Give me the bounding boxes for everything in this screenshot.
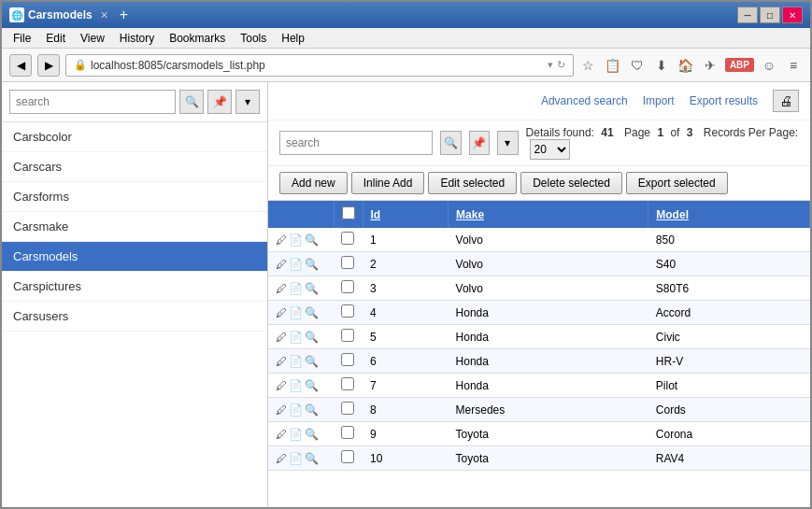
sidebar-search-input[interactable]	[9, 90, 176, 114]
edit-icon[interactable]: 🖊	[276, 258, 287, 271]
menu-icon[interactable]: ≡	[784, 56, 803, 75]
maximize-btn[interactable]: □	[760, 7, 780, 23]
row-checkbox[interactable]	[341, 450, 354, 463]
print-btn[interactable]: 🖨	[773, 90, 799, 112]
content-top-bar: Advanced search Import Export results 🖨	[268, 82, 810, 120]
edit-icon[interactable]: 🖊	[276, 452, 287, 465]
star-icon[interactable]: ☆	[579, 56, 598, 75]
edit-icon[interactable]: 🖊	[276, 233, 287, 247]
sidebar-pin-btn[interactable]: 📌	[207, 90, 232, 114]
copy-icon[interactable]: 📄	[289, 403, 303, 417]
row-checkbox[interactable]	[341, 232, 354, 245]
copy-icon[interactable]: 📄	[289, 258, 303, 271]
search-icon[interactable]: 🔍	[305, 428, 319, 441]
sort-id-link[interactable]: Id	[371, 208, 381, 221]
menu-file[interactable]: File	[6, 30, 38, 47]
shield-icon[interactable]: 🛡	[628, 56, 647, 75]
download-icon[interactable]: ⬇	[652, 56, 671, 75]
sidebar-item-carspictures[interactable]: Carspictures	[2, 272, 267, 302]
new-tab-btn[interactable]: +	[120, 7, 128, 23]
edit-icon[interactable]: 🖊	[276, 428, 287, 441]
sidebar-item-carsusers[interactable]: Carsusers	[2, 302, 267, 332]
back-btn[interactable]: ◀	[9, 54, 32, 77]
send-icon[interactable]: ✈	[701, 56, 719, 75]
records-per-page-select[interactable]: 20 50 100	[530, 139, 570, 160]
search-icon[interactable]: 🔍	[305, 452, 319, 465]
menu-help[interactable]: Help	[274, 30, 312, 47]
filter-dropdown-btn[interactable]: ▾	[497, 131, 519, 155]
edit-icon[interactable]: 🖊	[276, 282, 287, 295]
smiley-icon[interactable]: ☺	[760, 56, 778, 75]
sidebar-item-carsbcolor[interactable]: Carsbcolor	[2, 122, 267, 152]
add-new-btn[interactable]: Add new	[279, 172, 348, 194]
sidebar-search-btn[interactable]: 🔍	[179, 90, 204, 114]
menu-tools[interactable]: Tools	[233, 30, 274, 47]
edit-icon[interactable]: 🖊	[276, 355, 287, 368]
filter-search-btn[interactable]: 🔍	[440, 131, 462, 155]
inline-add-btn[interactable]: Inline Add	[351, 172, 425, 194]
row-checkbox[interactable]	[341, 353, 354, 366]
row-checkbox[interactable]	[341, 426, 354, 439]
close-btn[interactable]: ✕	[782, 7, 803, 23]
sort-model-link[interactable]: Model	[656, 208, 689, 221]
row-checkbox[interactable]	[341, 304, 354, 318]
menu-edit[interactable]: Edit	[38, 30, 73, 47]
edit-icon[interactable]: 🖊	[276, 379, 287, 392]
copy-icon[interactable]: 📄	[289, 233, 303, 247]
sort-make-link[interactable]: Make	[456, 208, 484, 221]
filter-pin-btn[interactable]: 📌	[469, 131, 491, 155]
search-icon[interactable]: 🔍	[305, 233, 319, 247]
url-dropdown-icon[interactable]: ▾	[548, 59, 553, 71]
search-icon[interactable]: 🔍	[305, 258, 319, 271]
adblock-btn[interactable]: ABP	[725, 58, 754, 72]
menu-history[interactable]: History	[112, 30, 162, 47]
row-checkbox[interactable]	[341, 280, 354, 293]
copy-icon[interactable]: 📄	[289, 306, 303, 319]
bookmark-icon[interactable]: 📋	[604, 56, 622, 75]
forward-btn[interactable]: ▶	[37, 54, 60, 77]
edit-icon[interactable]: 🖊	[276, 306, 287, 319]
sidebar-item-carsmake[interactable]: Carsmake	[2, 212, 267, 242]
export-selected-btn[interactable]: Export selected	[626, 172, 728, 194]
copy-icon[interactable]: 📄	[289, 452, 303, 465]
minimize-btn[interactable]: ─	[737, 7, 758, 23]
copy-icon[interactable]: 📄	[289, 282, 303, 295]
row-checkbox[interactable]	[341, 402, 354, 415]
sidebar-item-carsforms[interactable]: Carsforms	[2, 182, 267, 212]
tab-close-x[interactable]: ✕	[100, 9, 108, 21]
export-results-link[interactable]: Export results	[690, 94, 758, 107]
sidebar-dropdown-btn[interactable]: ▾	[235, 90, 260, 114]
row-actions: 🖊 📄 🔍	[268, 325, 334, 349]
filter-search-input[interactable]	[279, 131, 433, 155]
row-checkbox[interactable]	[341, 256, 354, 269]
edit-icon[interactable]: 🖊	[276, 331, 287, 344]
search-icon[interactable]: 🔍	[305, 331, 319, 344]
copy-icon[interactable]: 📄	[289, 355, 303, 368]
row-checkbox[interactable]	[341, 377, 354, 390]
search-icon[interactable]: 🔍	[305, 282, 319, 295]
copy-icon[interactable]: 📄	[289, 379, 303, 392]
window-title: Carsmodels	[28, 8, 93, 21]
delete-selected-btn[interactable]: Delete selected	[520, 172, 622, 194]
home-icon[interactable]: 🏠	[677, 56, 695, 75]
copy-icon[interactable]: 📄	[289, 428, 303, 441]
search-icon[interactable]: 🔍	[305, 355, 319, 368]
search-icon[interactable]: 🔍	[305, 379, 319, 392]
refresh-icon[interactable]: ↻	[557, 59, 565, 71]
copy-icon[interactable]: 📄	[289, 331, 303, 344]
search-icon[interactable]: 🔍	[305, 403, 319, 417]
sidebar-item-carsmodels[interactable]: Carsmodels	[2, 242, 267, 272]
url-bar[interactable]: 🔒 localhost:8085/carsmodels_list.php ▾ ↻	[65, 54, 574, 77]
menu-view[interactable]: View	[73, 30, 112, 47]
advanced-search-link[interactable]: Advanced search	[541, 94, 628, 107]
edit-icon[interactable]: 🖊	[276, 403, 287, 417]
row-model: 850	[648, 228, 810, 252]
window-controls: ─ □ ✕	[737, 7, 803, 23]
edit-selected-btn[interactable]: Edit selected	[428, 172, 517, 194]
select-all-checkbox[interactable]	[342, 206, 355, 219]
sidebar-item-carscars[interactable]: Carscars	[2, 152, 267, 182]
row-checkbox[interactable]	[341, 329, 354, 342]
menu-bookmarks[interactable]: Bookmarks	[162, 30, 233, 47]
import-link[interactable]: Import	[643, 94, 675, 107]
search-icon[interactable]: 🔍	[305, 306, 319, 319]
